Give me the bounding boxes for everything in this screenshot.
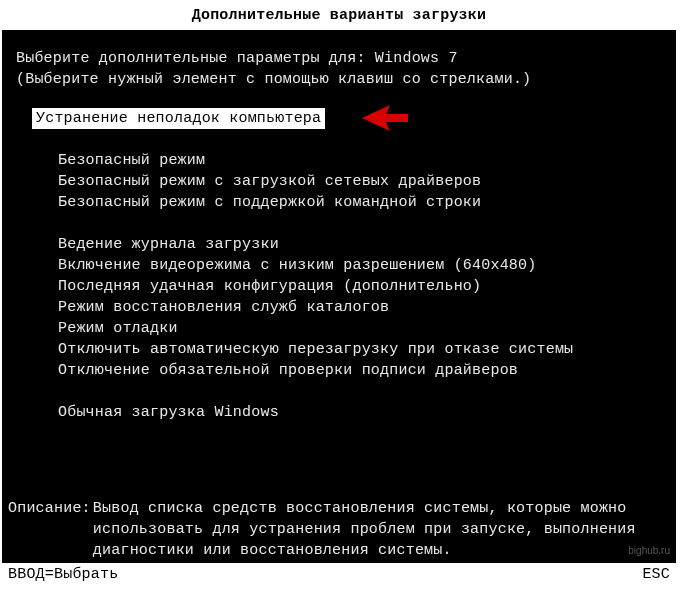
- menu-item-label: Ведение журнала загрузки: [54, 234, 283, 255]
- footer-bar: ВВОД=Выбрать ESC: [2, 563, 676, 587]
- pointer-arrow-icon: [362, 103, 408, 133]
- prompt-line: Выберите дополнительные параметры для: W…: [16, 48, 662, 69]
- menu-item-label: Безопасный режим с загрузкой сетевых дра…: [54, 171, 485, 192]
- body-area: Выберите дополнительные параметры для: W…: [2, 30, 676, 423]
- description-section: Описание: Вывод списка средств восстанов…: [2, 498, 676, 587]
- menu-item-safe-mode[interactable]: Безопасный режим: [54, 150, 662, 171]
- menu-item-label: Отключение обязательной проверки подписи…: [54, 360, 522, 381]
- footer-esc-hint: ESC: [642, 563, 670, 587]
- menu-item-label: Отключить автоматическую перезагрузку пр…: [54, 339, 577, 360]
- menu-item-label: Режим восстановления служб каталогов: [54, 297, 393, 318]
- menu-item-repair[interactable]: Устранение неполадок компьютера: [32, 108, 662, 129]
- description-text: Вывод списка средств восстановления сист…: [91, 498, 670, 561]
- menu-item-ds-restore[interactable]: Режим восстановления служб каталогов: [54, 297, 662, 318]
- menu-item-label: Безопасный режим: [54, 150, 209, 171]
- menu-item-boot-logging[interactable]: Ведение журнала загрузки: [54, 234, 662, 255]
- description-label: Описание:: [8, 498, 91, 519]
- svg-marker-0: [362, 105, 408, 131]
- watermark: bighub.ru: [628, 540, 670, 561]
- boot-options-screen: Дополнительные варианты загрузки Выберит…: [2, 2, 676, 587]
- menu-item-start-normal[interactable]: Обычная загрузка Windows: [54, 402, 662, 423]
- description-row: Описание: Вывод списка средств восстанов…: [2, 498, 676, 563]
- menu-item-safe-mode-net[interactable]: Безопасный режим с загрузкой сетевых дра…: [54, 171, 662, 192]
- menu-item-safe-mode-cmd[interactable]: Безопасный режим с поддержкой командной …: [54, 192, 662, 213]
- menu-item-no-driver-sig[interactable]: Отключение обязательной проверки подписи…: [54, 360, 662, 381]
- menu-item-low-res[interactable]: Включение видеорежима с низким разрешени…: [54, 255, 662, 276]
- menu-item-label: Включение видеорежима с низким разрешени…: [54, 255, 540, 276]
- boot-menu[interactable]: Устранение неполадок компьютера Безопасн…: [16, 108, 662, 423]
- instruction-line: (Выберите нужный элемент с помощью клави…: [16, 69, 662, 90]
- menu-item-label: Последняя удачная конфигурация (дополнит…: [54, 276, 485, 297]
- menu-item-label: Режим отладки: [54, 318, 182, 339]
- footer-enter-hint: ВВОД=Выбрать: [8, 563, 118, 587]
- menu-item-debug[interactable]: Режим отладки: [54, 318, 662, 339]
- menu-item-label: Устранение неполадок компьютера: [32, 108, 325, 129]
- menu-item-label: Обычная загрузка Windows: [54, 402, 283, 423]
- menu-item-last-known-good[interactable]: Последняя удачная конфигурация (дополнит…: [54, 276, 662, 297]
- menu-item-no-autorestart[interactable]: Отключить автоматическую перезагрузку пр…: [54, 339, 662, 360]
- header-title: Дополнительные варианты загрузки: [192, 7, 486, 24]
- header-bar: Дополнительные варианты загрузки: [2, 2, 676, 30]
- menu-item-label: Безопасный режим с поддержкой командной …: [54, 192, 485, 213]
